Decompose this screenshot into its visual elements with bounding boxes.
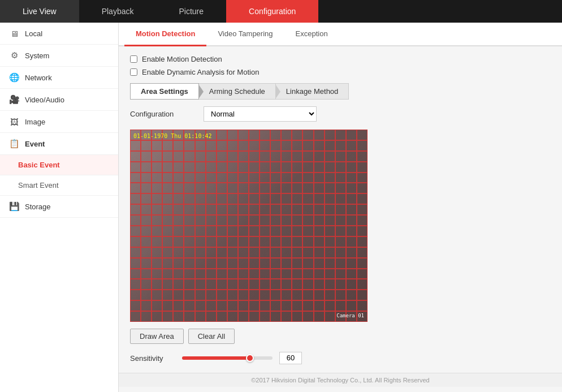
grid-cell[interactable] [130, 204, 141, 215]
grid-cell[interactable] [173, 258, 184, 269]
sensitivity-slider-track[interactable] [182, 356, 273, 360]
grid-cell[interactable] [249, 279, 260, 290]
grid-cell[interactable] [249, 300, 260, 311]
grid-cell[interactable] [141, 140, 152, 151]
grid-cell[interactable] [130, 183, 141, 193]
grid-cell[interactable] [249, 247, 260, 258]
grid-cell[interactable] [173, 140, 184, 151]
grid-cell[interactable] [238, 269, 249, 279]
grid-cell[interactable] [260, 300, 270, 311]
grid-cell[interactable] [152, 279, 162, 290]
grid-cell[interactable] [195, 236, 206, 247]
grid-cell[interactable] [314, 247, 325, 258]
grid-cell[interactable] [270, 193, 281, 204]
grid-cell[interactable] [162, 247, 173, 258]
grid-cell[interactable] [141, 183, 152, 193]
grid-cell[interactable] [227, 226, 238, 236]
grid-cell[interactable] [270, 204, 281, 215]
grid-cell[interactable] [195, 300, 206, 311]
grid-cell[interactable] [302, 183, 313, 193]
grid-cell[interactable] [217, 162, 227, 173]
grid-cell[interactable] [217, 258, 227, 269]
grid-cell[interactable] [206, 290, 217, 300]
grid-cell[interactable] [325, 300, 335, 311]
grid-cell[interactable] [270, 140, 281, 151]
grid-cell[interactable] [302, 300, 313, 311]
grid-cell[interactable] [302, 290, 313, 300]
grid-cell[interactable] [141, 279, 152, 290]
grid-cell[interactable] [281, 204, 292, 215]
grid-cell[interactable] [357, 151, 368, 162]
grid-cell[interactable] [130, 151, 141, 162]
grid-cell[interactable] [314, 183, 325, 193]
grid-cell[interactable] [302, 269, 313, 279]
grid-cell[interactable] [152, 173, 162, 183]
grid-cell[interactable] [195, 173, 206, 183]
grid-cell[interactable] [195, 247, 206, 258]
grid-cell[interactable] [281, 269, 292, 279]
grid-cell[interactable] [335, 269, 346, 279]
grid-cell[interactable] [302, 173, 313, 183]
grid-cell[interactable] [227, 173, 238, 183]
grid-cell[interactable] [217, 226, 227, 236]
grid-cell[interactable] [281, 215, 292, 226]
grid-cell[interactable] [335, 247, 346, 258]
grid-cell[interactable] [260, 173, 270, 183]
grid-cell[interactable] [302, 162, 313, 173]
grid-cell[interactable] [325, 247, 335, 258]
grid-cell[interactable] [260, 290, 270, 300]
grid-cell[interactable] [270, 269, 281, 279]
grid-cell[interactable] [162, 311, 173, 322]
grid-cell[interactable] [335, 279, 346, 290]
grid-cell[interactable] [270, 236, 281, 247]
grid-cell[interactable] [141, 226, 152, 236]
grid-cell[interactable] [184, 236, 194, 247]
grid-cell[interactable] [281, 162, 292, 173]
sidebar-item-event[interactable]: 📋 Event [0, 133, 118, 155]
grid-cell[interactable] [270, 215, 281, 226]
grid-cell[interactable] [357, 162, 368, 173]
tab-motion-detection[interactable]: Motion Detection [124, 23, 206, 46]
grid-cell[interactable] [173, 173, 184, 183]
grid-cell[interactable] [302, 151, 313, 162]
grid-cell[interactable] [292, 151, 302, 162]
grid-cell[interactable] [335, 204, 346, 215]
grid-cell[interactable] [152, 247, 162, 258]
grid-cell[interactable] [335, 236, 346, 247]
grid-cell[interactable] [238, 151, 249, 162]
grid-cell[interactable] [281, 183, 292, 193]
grid-cell[interactable] [346, 215, 357, 226]
grid-cell[interactable] [260, 130, 270, 140]
grid-cell[interactable] [206, 204, 217, 215]
grid-cell[interactable] [314, 140, 325, 151]
enable-motion-checkbox[interactable] [130, 55, 137, 63]
grid-cell[interactable] [238, 162, 249, 173]
grid-cell[interactable] [260, 162, 270, 173]
grid-cell[interactable] [184, 151, 194, 162]
grid-cell[interactable] [357, 204, 368, 215]
grid-cell[interactable] [184, 279, 194, 290]
grid-cell[interactable] [130, 258, 141, 269]
grid-cell[interactable] [227, 247, 238, 258]
grid-cell[interactable] [130, 173, 141, 183]
grid-cell[interactable] [325, 215, 335, 226]
nav-live-view[interactable]: Live View [0, 0, 79, 23]
grid-cell[interactable] [270, 290, 281, 300]
grid-cell[interactable] [227, 140, 238, 151]
sidebar-item-storage[interactable]: 💾 Storage [0, 196, 118, 218]
grid-cell[interactable] [260, 311, 270, 322]
grid-cell[interactable] [217, 236, 227, 247]
grid-cell[interactable] [249, 236, 260, 247]
grid-cell[interactable] [325, 290, 335, 300]
grid-cell[interactable] [292, 269, 302, 279]
grid-cell[interactable] [141, 290, 152, 300]
grid-cell[interactable] [141, 215, 152, 226]
grid-cell[interactable] [270, 247, 281, 258]
grid-cell[interactable] [217, 130, 227, 140]
grid-cell[interactable] [260, 258, 270, 269]
grid-cell[interactable] [346, 247, 357, 258]
grid-cell[interactable] [260, 193, 270, 204]
grid-cell[interactable] [217, 279, 227, 290]
grid-cell[interactable] [217, 311, 227, 322]
grid-cell[interactable] [195, 311, 206, 322]
